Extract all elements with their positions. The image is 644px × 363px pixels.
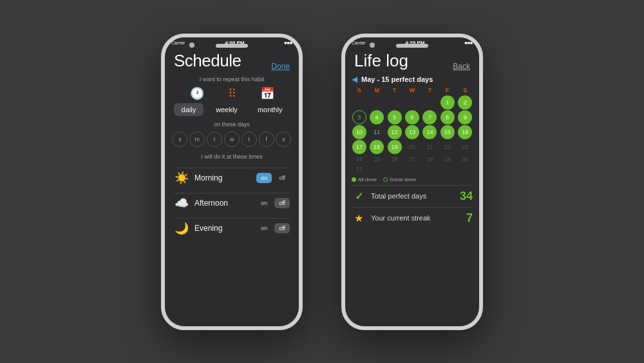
cal-cell-26[interactable]: 26	[386, 155, 403, 164]
cal-cell[interactable]	[403, 95, 421, 110]
cal-week-1: 1 2	[350, 95, 474, 110]
cal-cell[interactable]	[421, 95, 439, 110]
stat-row-streak: ★ Your current streak 7	[345, 208, 479, 229]
cal-cell-10[interactable]: 10	[352, 125, 366, 139]
afternoon-off[interactable]: off	[274, 198, 290, 208]
day-t1[interactable]: t	[207, 132, 222, 147]
afternoon-toggle: on off	[256, 198, 290, 208]
divider-2	[174, 193, 290, 193]
cal-cell-21[interactable]: 21	[421, 140, 439, 154]
back-button[interactable]: Back	[453, 62, 470, 71]
battery-label: ■■■	[284, 41, 292, 45]
cal-cell[interactable]	[386, 95, 403, 110]
cal-cell-13[interactable]: 13	[405, 125, 419, 139]
cal-cell[interactable]	[368, 95, 385, 110]
afternoon-label: Afternoon	[194, 199, 251, 208]
cal-cell-15[interactable]: 15	[440, 125, 455, 139]
schedule-title: Schedule	[174, 51, 241, 71]
evening-off[interactable]: off	[274, 223, 290, 233]
done-button[interactable]: Done	[271, 62, 290, 71]
day-w[interactable]: w	[224, 132, 240, 147]
time-label-2: 4:29 PM	[405, 40, 424, 46]
cal-cell-1[interactable]: 1	[440, 95, 455, 110]
dow-w: W	[403, 86, 421, 94]
schedule-header: Schedule Done	[165, 47, 299, 74]
cal-cell-16[interactable]: 16	[458, 125, 472, 139]
legend-all-done: All done	[352, 177, 377, 182]
cal-cell-8[interactable]: 8	[440, 110, 455, 124]
cal-cell-2[interactable]: 2	[458, 95, 472, 110]
status-bar-lifelog: Carrier 4:29 PM ■■■	[345, 37, 479, 47]
evening-on[interactable]: on	[256, 223, 272, 233]
time-label: 4:08 PM	[225, 40, 244, 46]
afternoon-on[interactable]: on	[256, 198, 272, 208]
cal-week-5: 24 25 26 27 28 29 30	[350, 155, 474, 164]
weekly-button[interactable]: weekly	[208, 103, 245, 116]
schedule-screen: Schedule Done I want to repeat this habi…	[165, 47, 299, 326]
legend-some-done-label: Some done	[390, 177, 416, 182]
weekly-icon: ⠿	[228, 86, 236, 101]
cal-cell-12[interactable]: 12	[388, 125, 402, 139]
cal-cell-29[interactable]: 29	[439, 155, 456, 164]
cal-cell-6[interactable]: 6	[405, 110, 419, 124]
cal-cell-5[interactable]: 5	[388, 110, 402, 124]
cal-cell-27[interactable]: 27	[403, 155, 421, 164]
cal-week-2: 3 4 5 6 7 8 9	[350, 110, 474, 124]
schedule-phone: Carrier 4:08 PM ■■■ Schedule Done I want…	[161, 34, 303, 330]
cal-cell-3[interactable]: 3	[352, 110, 366, 124]
cal-cell-17[interactable]: 17	[352, 140, 366, 154]
cal-cell-7[interactable]: 7	[422, 110, 437, 124]
cal-cell-4[interactable]: 4	[370, 110, 384, 124]
daily-icon: 🕐	[190, 86, 204, 101]
day-t2[interactable]: t	[242, 132, 257, 147]
dow-s: S	[350, 86, 368, 94]
cal-cell-18[interactable]: 18	[370, 140, 384, 154]
cal-cell-30[interactable]: 30	[457, 155, 474, 164]
morning-on[interactable]: on	[256, 173, 272, 183]
afternoon-icon: ☁️	[174, 196, 189, 210]
cal-cell-24[interactable]: 24	[350, 155, 368, 164]
day-s1[interactable]: s	[172, 132, 187, 147]
dow-m: M	[368, 86, 385, 94]
carrier-label-2: Carrier	[352, 41, 365, 45]
streak-value: 7	[466, 211, 473, 225]
legend-some-done: Some done	[383, 177, 416, 182]
day-s2[interactable]: s	[276, 132, 291, 147]
evening-label: Evening	[194, 224, 251, 233]
morning-off[interactable]: off	[274, 173, 290, 183]
days-row: s m t w t f s	[165, 132, 299, 147]
cal-week-4: 17 18 19 20 21 22 23	[350, 140, 474, 154]
cal-cell-9[interactable]: 9	[458, 110, 472, 124]
battery-label-2: ■■■	[464, 41, 473, 45]
freq-buttons: daily weekly monthly	[165, 103, 299, 116]
prev-month-button[interactable]: ◀	[352, 75, 357, 84]
divider-3	[174, 218, 290, 219]
morning-row: ☀️ Morning on off	[165, 171, 299, 185]
calendar: S M T W T F S 1 2 3 4 5	[345, 86, 479, 174]
total-days-label: Total perfect days	[371, 192, 455, 200]
times-label: I will do it at these times	[165, 153, 299, 160]
cal-cell-28[interactable]: 28	[421, 155, 439, 164]
cal-cell[interactable]	[350, 95, 368, 110]
dow-f: F	[439, 86, 456, 94]
lifelog-phone: Carrier 4:29 PM ■■■ Life log Back ◀ May …	[341, 34, 483, 330]
cal-cell-20[interactable]: 20	[403, 140, 421, 154]
daily-button[interactable]: daily	[174, 103, 204, 116]
cal-cell-14[interactable]: 14	[422, 125, 437, 139]
freq-icons: 🕐 ⠿ 📅	[165, 86, 299, 101]
day-m[interactable]: m	[189, 132, 205, 147]
cal-cell-23[interactable]: 23	[457, 140, 474, 154]
carrier-label: Carrier	[171, 41, 185, 45]
cal-week-3: 10 11 12 13 14 15 16	[350, 125, 474, 139]
legend-all-done-label: All done	[358, 177, 377, 182]
dow-sa: S	[457, 86, 474, 94]
cal-cell-19[interactable]: 19	[388, 140, 402, 154]
cal-cell-31[interactable]: 31	[350, 164, 368, 173]
monthly-button[interactable]: monthly	[250, 103, 290, 116]
cal-cell-22[interactable]: 22	[439, 140, 456, 154]
cal-cell-11[interactable]: 11	[368, 125, 385, 139]
day-f[interactable]: f	[259, 132, 274, 147]
cal-week-6: 31	[350, 164, 474, 173]
cal-cell-25[interactable]: 25	[368, 155, 385, 164]
dow-t: T	[386, 86, 403, 94]
